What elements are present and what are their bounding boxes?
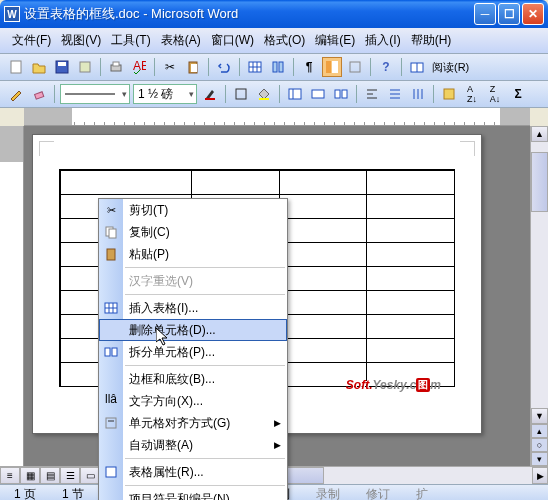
ctx-copy[interactable]: 复制(C) <box>99 221 287 243</box>
scroll-down-icon[interactable]: ▼ <box>531 408 548 424</box>
scroll-up-icon[interactable]: ▲ <box>531 126 548 142</box>
svg-rect-27 <box>312 90 324 98</box>
sort-desc-icon[interactable]: ZA↓ <box>485 84 505 104</box>
outside-border-icon[interactable] <box>231 84 251 104</box>
menu-view[interactable]: 视图(V) <box>57 30 105 51</box>
vertical-scrollbar[interactable]: ▲ ▼ ▴ ○ ▾ <box>530 126 548 466</box>
menu-file[interactable]: 文件(F) <box>8 30 55 51</box>
split-cells-icon[interactable] <box>331 84 351 104</box>
svg-rect-16 <box>332 61 338 73</box>
insert-table-btn-icon[interactable] <box>285 84 305 104</box>
menu-window[interactable]: 窗口(W) <box>207 30 258 51</box>
ctx-text-direction[interactable]: llâ文字方向(X)... <box>99 390 287 412</box>
svg-rect-41 <box>109 229 116 238</box>
align-icon <box>103 415 119 431</box>
merge-cells-icon[interactable] <box>308 84 328 104</box>
align-icon[interactable] <box>362 84 382 104</box>
autoformat-icon[interactable] <box>439 84 459 104</box>
permission-icon[interactable] <box>75 57 95 77</box>
web-view-icon[interactable]: ▦ <box>20 467 40 484</box>
vertical-ruler[interactable] <box>0 126 24 466</box>
cut-icon[interactable]: ✂ <box>160 57 180 77</box>
spellcheck-icon[interactable]: ABC <box>129 57 149 77</box>
copy-icon <box>103 224 119 240</box>
read-label[interactable]: 阅读(R) <box>430 60 471 75</box>
close-button[interactable]: ✕ <box>522 3 544 25</box>
insert-table-icon[interactable] <box>245 57 265 77</box>
save-icon[interactable] <box>52 57 72 77</box>
prev-page-icon[interactable]: ▴ <box>531 424 548 438</box>
autosum-icon[interactable]: Σ <box>508 84 528 104</box>
ctx-delete-cells[interactable]: 删除单元格(D)... <box>99 319 287 341</box>
distribute-cols-icon[interactable] <box>408 84 428 104</box>
maximize-button[interactable]: ☐ <box>498 3 520 25</box>
menu-insert[interactable]: 插入(I) <box>361 30 404 51</box>
distribute-rows-icon[interactable] <box>385 84 405 104</box>
next-page-icon[interactable]: ▾ <box>531 452 548 466</box>
svg-text:llâ: llâ <box>105 394 117 406</box>
minimize-button[interactable]: ─ <box>474 3 496 25</box>
outline-view-icon[interactable]: ☰ <box>60 467 80 484</box>
shading-color-icon[interactable] <box>254 84 274 104</box>
paste-icon[interactable] <box>183 57 203 77</box>
split-icon <box>103 344 119 360</box>
ctx-cut[interactable]: ✂剪切(T) <box>99 199 287 221</box>
menu-tools[interactable]: 工具(T) <box>107 30 154 51</box>
svg-rect-3 <box>80 62 90 72</box>
help-icon[interactable]: ? <box>376 57 396 77</box>
svg-rect-39 <box>444 89 454 99</box>
new-doc-icon[interactable] <box>6 57 26 77</box>
ctx-bullets-numbering[interactable]: 项目符号和编号(N)... <box>99 488 287 500</box>
show-hide-icon[interactable]: ¶ <box>299 57 319 77</box>
normal-view-icon[interactable]: ≡ <box>0 467 20 484</box>
svg-rect-23 <box>236 89 246 99</box>
browse-object-icon[interactable]: ○ <box>531 438 548 452</box>
line-weight-combo[interactable]: 1 ½ 磅 <box>133 84 197 104</box>
menu-edit[interactable]: 编辑(E) <box>311 30 359 51</box>
print-view-icon[interactable]: ▤ <box>40 467 60 484</box>
svg-rect-14 <box>279 62 283 72</box>
svg-rect-15 <box>326 61 331 73</box>
svg-rect-25 <box>289 89 301 99</box>
svg-rect-50 <box>106 418 116 428</box>
horizontal-ruler[interactable] <box>24 108 530 126</box>
zoom-icon[interactable] <box>345 57 365 77</box>
reading-view-icon[interactable]: ▭ <box>80 467 100 484</box>
ctx-borders-shading[interactable]: 边框和底纹(B)... <box>99 368 287 390</box>
columns-icon[interactable] <box>268 57 288 77</box>
print-icon[interactable] <box>106 57 126 77</box>
table-props-icon <box>103 464 119 480</box>
svg-rect-13 <box>273 62 277 72</box>
status-page: 1 页 <box>8 486 42 500</box>
ctx-table-props[interactable]: 表格属性(R)... <box>99 461 287 483</box>
ctx-paste[interactable]: 粘贴(P) <box>99 243 287 265</box>
line-style-combo[interactable] <box>60 84 130 104</box>
ctx-reconvert: 汉字重选(V) <box>99 270 287 292</box>
ctx-autofit[interactable]: 自动调整(A)▶ <box>99 434 287 456</box>
svg-rect-47 <box>105 348 110 356</box>
undo-icon[interactable] <box>214 57 234 77</box>
status-ext: 扩 <box>410 486 434 500</box>
read-mode-icon[interactable] <box>407 57 427 77</box>
context-menu: ✂剪切(T) 复制(C) 粘贴(P) 汉字重选(V) 插入表格(I)... 删除… <box>98 198 288 500</box>
scroll-thumb[interactable] <box>531 152 548 212</box>
svg-rect-0 <box>11 61 21 73</box>
svg-rect-52 <box>106 467 116 477</box>
doc-map-icon[interactable] <box>322 57 342 77</box>
watermark: Soft.Yesky.c图m <box>346 375 441 393</box>
ctx-cell-alignment[interactable]: 单元格对齐方式(G)▶ <box>99 412 287 434</box>
eraser-icon[interactable] <box>29 84 49 104</box>
open-icon[interactable] <box>29 57 49 77</box>
menu-help[interactable]: 帮助(H) <box>407 30 456 51</box>
menu-table[interactable]: 表格(A) <box>157 30 205 51</box>
sort-asc-icon[interactable]: AZ↓ <box>462 84 482 104</box>
draw-table-icon[interactable] <box>6 84 26 104</box>
scroll-right-icon[interactable]: ▶ <box>532 467 548 484</box>
ctx-split-cells[interactable]: 拆分单元格(P)... <box>99 341 287 363</box>
ctx-insert-table[interactable]: 插入表格(I)... <box>99 297 287 319</box>
standard-toolbar: ABC ✂ ¶ ? 阅读(R) <box>0 54 548 81</box>
svg-rect-48 <box>112 348 117 356</box>
svg-rect-5 <box>113 62 119 66</box>
menu-format[interactable]: 格式(O) <box>260 30 309 51</box>
border-color-icon[interactable] <box>200 84 220 104</box>
